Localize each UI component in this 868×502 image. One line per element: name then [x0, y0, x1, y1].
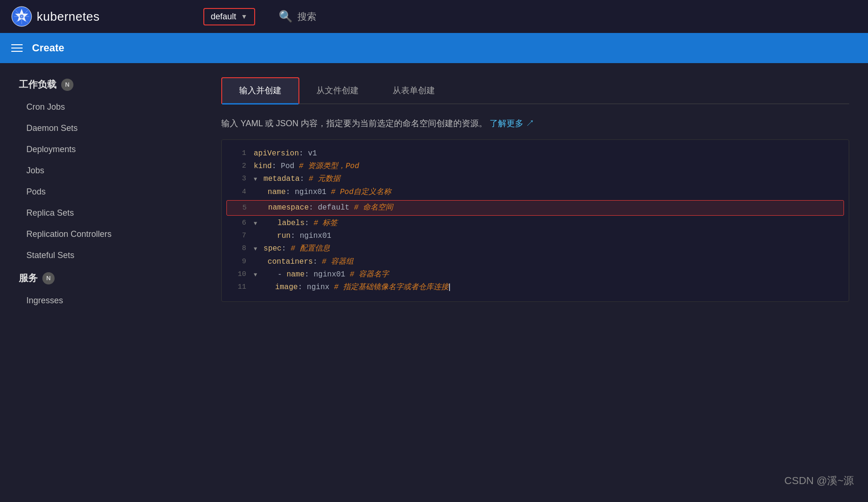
code-line-5-highlighted: 5 namespace: default # 命名空间 [226, 200, 844, 216]
code-line-10: 10 ▼ - name: nginx01 # 容器名字 [222, 268, 849, 281]
description-text: 输入 YAML 或 JSON 内容，指定要为当前选定的命名空间创建的资源。 了解… [221, 117, 849, 130]
code-line-3: 3 ▼ metadata: # 元数据 [222, 173, 849, 186]
namespace-selector[interactable]: default ▼ [203, 8, 255, 25]
logo-area: kubernetes [11, 6, 100, 27]
code-line-4: 4 name: nginx01 # Pod自定义名称 [222, 186, 849, 199]
dropdown-arrow-icon: ▼ [241, 13, 248, 20]
code-line-8: 8 ▼ spec: # 配置信息 [222, 243, 849, 255]
logo-text: kubernetes [37, 9, 100, 24]
code-line-11: 11 image: nginx # 指定基础镜像名字或者仓库连接 [222, 281, 849, 294]
sidebar-item-stateful-sets[interactable]: Stateful Sets [0, 245, 202, 266]
namespace-value: default [211, 12, 236, 22]
sidebar-item-cron-jobs[interactable]: Cron Jobs [0, 97, 202, 118]
header-bar: Create [0, 33, 868, 63]
tab-form-create[interactable]: 从表单创建 [376, 77, 452, 104]
workloads-section: 工作负载 N [0, 73, 202, 97]
code-line-1: 1 apiVersion: v1 [222, 147, 849, 160]
watermark: CSDN @溪~源 [784, 474, 854, 488]
code-editor[interactable]: 1 apiVersion: v1 2 kind: Pod # 资源类型，Pod … [221, 139, 849, 302]
search-button[interactable]: 🔍 [279, 10, 293, 23]
content-panel: 输入并创建 从文件创建 从表单创建 输入 YAML 或 JSON 内容，指定要为… [202, 63, 868, 502]
code-line-2: 2 kind: Pod # 资源类型，Pod [222, 160, 849, 173]
tab-file-create[interactable]: 从文件创建 [299, 77, 376, 104]
code-line-6: 6 ▼ labels: # 标签 [222, 217, 849, 230]
sidebar-item-replica-sets[interactable]: Replica Sets [0, 202, 202, 224]
sidebar-item-jobs[interactable]: Jobs [0, 160, 202, 181]
tabs: 输入并创建 从文件创建 从表单创建 [221, 77, 849, 104]
learn-more-link[interactable]: 了解更多 ↗ [490, 119, 534, 128]
code-line-7: 7 run: nginx01 [222, 230, 849, 243]
sidebar-item-deployments[interactable]: Deployments [0, 139, 202, 160]
tab-input-create[interactable]: 输入并创建 [221, 77, 299, 104]
page-title: Create [32, 42, 64, 54]
topbar: kubernetes default ▼ 🔍 搜索 [0, 0, 868, 33]
sidebar-item-ingresses[interactable]: Ingresses [0, 290, 202, 311]
services-section: 服务 N [0, 266, 202, 290]
services-title: 服务 [19, 272, 38, 284]
workloads-badge: N [61, 79, 73, 91]
kubernetes-logo-icon [11, 6, 32, 27]
menu-toggle-button[interactable] [11, 44, 23, 52]
workloads-title: 工作负载 [19, 78, 56, 91]
main-container: 工作负载 N Cron Jobs Daemon Sets Deployments… [0, 63, 868, 502]
sidebar: 工作负载 N Cron Jobs Daemon Sets Deployments… [0, 63, 202, 502]
sidebar-item-daemon-sets[interactable]: Daemon Sets [0, 118, 202, 139]
search-label: 搜索 [297, 10, 316, 23]
sidebar-item-replication-controllers[interactable]: Replication Controllers [0, 224, 202, 245]
sidebar-item-pods[interactable]: Pods [0, 181, 202, 202]
search-area: 🔍 搜索 [279, 10, 316, 23]
code-line-9: 9 containers: # 容器组 [222, 256, 849, 268]
services-badge: N [42, 272, 55, 284]
